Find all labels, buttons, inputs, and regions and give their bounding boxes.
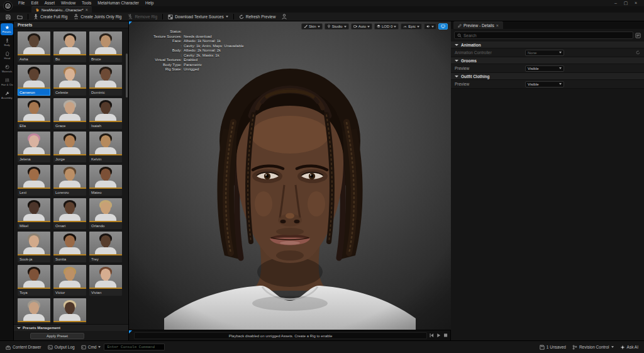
ask-ai-button[interactable]: Ask AI <box>617 341 641 353</box>
preset-thumbnail <box>89 31 122 55</box>
rail-item-body[interactable]: Body <box>1 36 13 48</box>
preset-tile[interactable]: Victor <box>53 265 86 296</box>
asset-tab[interactable]: NewMetaHu...Character* × <box>31 6 92 13</box>
details-search-row <box>454 31 641 39</box>
preset-tile[interactable]: Bruce <box>89 31 122 62</box>
preset-tile[interactable]: Celeste <box>53 65 86 96</box>
reset-to-default-icon[interactable] <box>636 50 640 55</box>
section-header-grooms[interactable]: Grooms <box>451 57 644 64</box>
preset-tile[interactable]: Lexi <box>18 165 50 196</box>
chevron-down-icon <box>417 26 419 28</box>
browse-to-asset-button[interactable] <box>14 13 26 21</box>
menu-item[interactable]: Window <box>58 0 79 6</box>
preset-tile[interactable]: Toya <box>18 265 50 296</box>
collapse-arrow-icon <box>17 327 21 329</box>
status-line: :Cavity: 1k; Anim. Maps: Unavailable <box>133 44 244 49</box>
console-mode-dropdown[interactable]: Cmd <box>78 341 104 353</box>
rail-item-hair-clothing[interactable]: Hair & Clo <box>1 76 13 88</box>
preset-tile[interactable]: Vivian <box>89 265 122 296</box>
menu-item[interactable]: Asset <box>42 0 58 6</box>
create-joints-only-rig-button[interactable]: Create Joints Only Rig <box>70 13 125 21</box>
fullscreen-preview-toggle[interactable] <box>438 23 448 30</box>
quality-dropdown[interactable]: Epic <box>401 23 422 30</box>
section-header-animation[interactable]: Animation <box>451 42 644 48</box>
console-command-input[interactable] <box>104 344 165 350</box>
view-options-icon[interactable] <box>635 33 641 38</box>
revision-control-button[interactable]: Revision Control <box>569 341 617 353</box>
menu-item[interactable]: File <box>15 0 28 6</box>
menu-item[interactable]: Help <box>142 0 157 6</box>
preset-thumbnail <box>18 165 50 189</box>
download-texture-sources-button[interactable]: Download Texture Sources <box>165 13 231 21</box>
head-icon <box>5 52 9 56</box>
preset-tile[interactable]: Lorenzo <box>53 165 86 196</box>
outfit-preview-dropdown[interactable]: Visible <box>525 81 564 87</box>
audio-dropdown[interactable] <box>424 23 436 30</box>
studio-environment-dropdown[interactable]: Studio <box>325 23 349 30</box>
preset-tile[interactable]: Zuri <box>53 298 86 324</box>
status-line: Rig State:Unrigged <box>133 67 244 72</box>
preset-tile[interactable]: Orlando <box>89 198 122 229</box>
tab-close-icon[interactable]: × <box>496 23 499 28</box>
viewport-status-overlay: Status: Texture Sources:Needs download F… <box>133 30 244 72</box>
body-icon <box>5 38 9 43</box>
preset-tile[interactable]: Mateo <box>89 165 122 196</box>
editor-section-rail: Presets Body Head Materials Hair & Clo A… <box>0 21 14 340</box>
refresh-preview-button[interactable]: Refresh Preview <box>236 13 279 21</box>
preset-tile[interactable]: Trey <box>89 232 122 262</box>
skin-preview-dropdown[interactable]: Skin <box>301 23 323 30</box>
tab-close-icon[interactable]: × <box>86 8 88 12</box>
preset-tile[interactable]: Isaiah <box>89 98 122 129</box>
texture-download-icon <box>168 14 173 20</box>
preset-tile[interactable]: Kelvin <box>89 132 122 162</box>
menu-item[interactable]: Edit <box>28 0 41 6</box>
presets-scrollbar[interactable] <box>126 53 128 98</box>
rail-item-materials[interactable]: Materials <box>1 63 13 75</box>
grooms-preview-dropdown[interactable]: Visible <box>525 65 564 72</box>
preset-tile[interactable]: Walter <box>18 298 50 324</box>
rail-item-assembly[interactable]: Assembly <box>1 89 13 101</box>
search-input[interactable] <box>464 33 630 38</box>
preview-avatar-button[interactable] <box>279 13 290 21</box>
grooms-preview-row: Preview Visible <box>451 64 644 73</box>
unsaved-changes-button[interactable]: 1 Unsaved <box>536 341 569 353</box>
content-drawer-button[interactable]: Content Drawer <box>3 341 45 353</box>
unreal-engine-logo-icon[interactable] <box>3 1 13 11</box>
camera-framing-dropdown[interactable]: Auto <box>351 23 372 30</box>
section-header-outfit-clothing[interactable]: Outfit Clothing <box>451 73 644 80</box>
preset-tile[interactable]: Jelena <box>18 132 50 162</box>
preset-tile[interactable]: Sunita <box>53 232 86 262</box>
output-log-button[interactable]: Output Log <box>45 341 78 353</box>
close-button[interactable]: × <box>633 0 639 6</box>
remove-rig-button: Remove Rig <box>125 13 160 21</box>
preset-tile[interactable]: Cameron <box>18 65 50 96</box>
apply-preset-button[interactable]: Apply Preset <box>30 333 84 339</box>
preset-thumbnail <box>53 232 86 255</box>
preset-tile[interactable]: Ella <box>18 98 50 129</box>
presets-management-header[interactable]: Presets Management <box>14 324 128 331</box>
preset-tile[interactable]: Sook-ja <box>18 232 50 262</box>
preset-tile[interactable]: Bo <box>53 31 86 62</box>
window-controls: – ▢ × <box>613 0 644 6</box>
preset-tile[interactable]: Asha <box>18 31 50 62</box>
save-button[interactable] <box>3 13 14 21</box>
chevron-down-icon <box>318 26 320 28</box>
rail-item-presets[interactable]: Presets <box>1 23 13 35</box>
preset-tile[interactable]: Mikel <box>18 198 50 229</box>
preview-details-tab[interactable]: Preview - Details × <box>453 21 503 29</box>
preset-tile[interactable]: Grace <box>53 98 86 129</box>
create-full-rig-button[interactable]: Create Full Rig <box>30 13 70 21</box>
preset-tile[interactable]: Dominic <box>89 65 122 96</box>
maximize-button[interactable]: ▢ <box>623 0 629 6</box>
rail-item-head[interactable]: Head <box>1 50 13 62</box>
menu-item[interactable]: Tools <box>79 0 94 6</box>
joints-rig-icon <box>74 14 79 20</box>
menu-item[interactable]: MetaHuman Character <box>94 0 142 6</box>
lod-dropdown[interactable]: LOD 0 <box>374 23 399 30</box>
preset-thumbnail <box>53 31 86 55</box>
remove-rig-icon <box>128 14 133 20</box>
preset-tile[interactable]: Jorge <box>53 132 86 162</box>
minimize-button[interactable]: – <box>613 0 619 6</box>
viewport-canvas[interactable]: Status: Texture Sources:Needs download F… <box>129 21 451 330</box>
preset-tile[interactable]: Omari <box>53 198 86 229</box>
